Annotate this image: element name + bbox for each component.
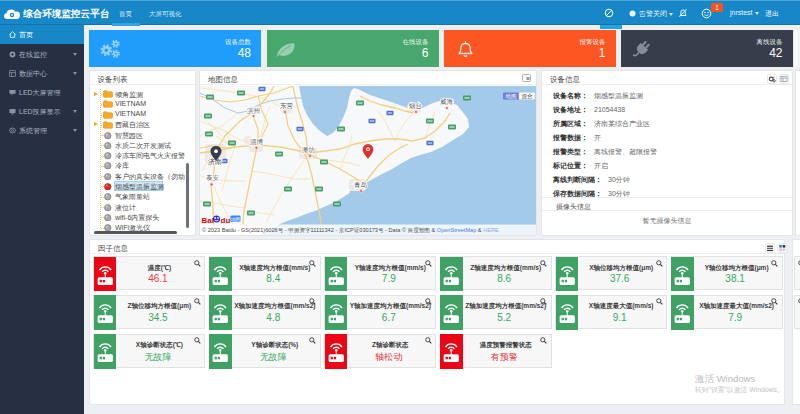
svg-text:du: du	[221, 216, 231, 225]
svg-text:淄博: 淄博	[250, 138, 264, 146]
svg-text:© 2023 Baidu - GS(2021)6026号 -: © 2023 Baidu - GS(2021)6026号 - 甲测资字11111…	[202, 227, 499, 234]
svg-text:东营: 东营	[280, 102, 294, 110]
svg-text:混合: 混合	[522, 93, 534, 100]
svg-text:地图: 地图	[230, 217, 241, 222]
svg-text:青岛: 青岛	[354, 181, 367, 188]
svg-text:潍坊: 潍坊	[301, 146, 316, 154]
svg-text:威海: 威海	[440, 98, 454, 106]
svg-text:Bai: Bai	[202, 216, 214, 225]
svg-text:地图: 地图	[505, 93, 517, 100]
svg-text:泰安: 泰安	[206, 174, 220, 182]
svg-text:滨州: 滨州	[247, 107, 260, 115]
svg-text:烟台: 烟台	[409, 102, 422, 110]
